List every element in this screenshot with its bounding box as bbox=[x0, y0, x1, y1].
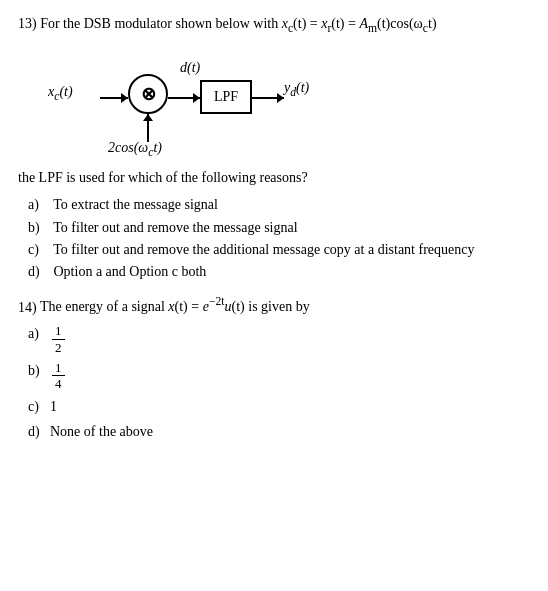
q14-option-d: d) None of the above bbox=[28, 421, 530, 442]
arrow-up-carrier bbox=[147, 114, 149, 142]
lpf-box: LPF bbox=[200, 80, 252, 114]
arrow-mult-lpf bbox=[168, 97, 200, 99]
q13-option-b: b) To filter out and remove the message … bbox=[28, 217, 530, 239]
multiplier-block: ⊗ bbox=[128, 74, 168, 114]
yd-label: yd(t) bbox=[284, 80, 309, 99]
q13-header-text: For the DSB modulator shown below with x… bbox=[40, 16, 436, 31]
q13-body: the LPF is used for which of the followi… bbox=[18, 167, 530, 188]
q13-options: a) To extract the message signal b) To f… bbox=[28, 194, 530, 284]
q14-option-a: a) 1 2 bbox=[28, 323, 530, 355]
dt-label: d(t) bbox=[180, 60, 200, 76]
arrow-lpf-yd bbox=[252, 97, 284, 99]
q13-header: 13) For the DSB modulator shown below wi… bbox=[18, 14, 530, 37]
q14-header: 14) The energy of a signal x(t) = e−2tu(… bbox=[18, 294, 530, 318]
arrow-xc-mult bbox=[100, 97, 128, 99]
q14-option-c: c) 1 bbox=[28, 396, 530, 417]
q14-options: a) 1 2 b) 1 4 c) 1 d) None of the above bbox=[28, 323, 530, 441]
q13-option-a: a) To extract the message signal bbox=[28, 194, 530, 216]
q13-option-d: d) Option a and Option c both bbox=[28, 261, 530, 283]
xc-label: xc(t) bbox=[48, 84, 73, 103]
dsb-diagram: xc(t) ⊗ d(t) LPF yd(t) bbox=[48, 47, 530, 157]
q13-number: 13) bbox=[18, 16, 37, 31]
carrier-label: 2cos(ωct) bbox=[108, 140, 162, 159]
q14-number: 14) bbox=[18, 299, 37, 314]
q14-option-b: b) 1 4 bbox=[28, 360, 530, 392]
q13-option-c: c) To filter out and remove the addition… bbox=[28, 239, 530, 261]
